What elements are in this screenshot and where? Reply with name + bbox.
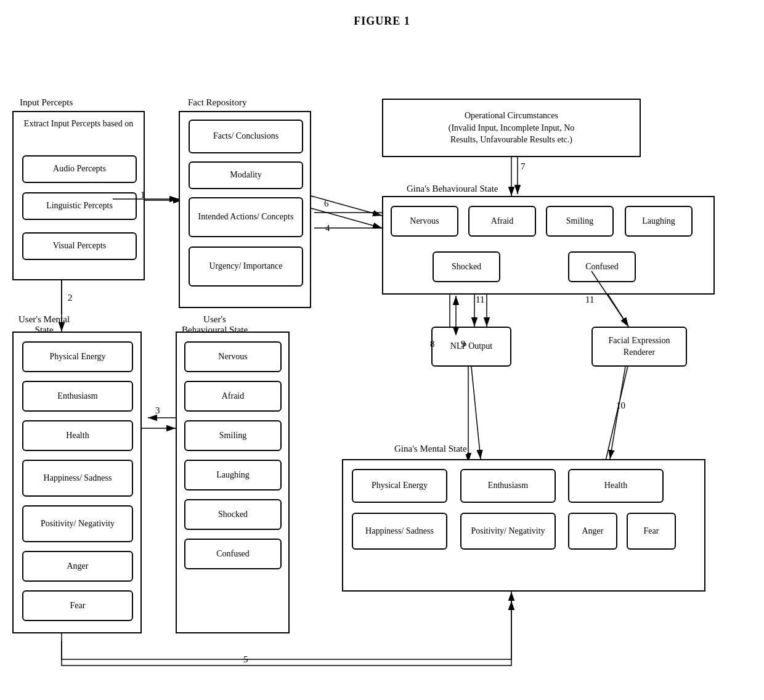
ums-happiness: Happiness/ Sadness (22, 460, 133, 497)
arrow-label-6: 6 (324, 198, 329, 209)
visual-percepts-box: Visual Percepts (22, 232, 137, 260)
gms-enthusiasm: Enthusiasm (460, 469, 556, 503)
arrow-label-1: 1 (140, 190, 145, 200)
ubs-shocked: Shocked (184, 499, 282, 530)
gbs-nervous: Nervous (391, 206, 458, 237)
svg-line-21 (471, 367, 481, 459)
arrow-label-3: 3 (155, 405, 160, 416)
facts-conclusions-box: Facts/ Conclusions (189, 120, 303, 153)
modality-box: Modality (189, 161, 303, 189)
ubs-confused: Confused (184, 539, 282, 569)
arrow-label-11a: 11 (476, 295, 484, 305)
gbs-shocked: Shocked (433, 251, 500, 282)
arrow-label-4: 4 (325, 223, 330, 234)
ums-enthusiasm: Enthusiasm (22, 381, 133, 412)
figure-title: FIGURE 1 (0, 0, 764, 28)
ums-anger: Anger (22, 551, 133, 582)
ginas-mental-label: Gina's Mental State (394, 444, 467, 454)
arrow-label-2: 2 (68, 293, 73, 303)
input-percepts-outer: Extract Input Percepts based on Audio Pe… (12, 111, 145, 280)
intended-actions-box: Intended Actions/ Concepts (189, 197, 303, 237)
audio-percepts-box: Audio Percepts (22, 155, 137, 183)
arrow-label-7: 7 (521, 161, 526, 172)
svg-line-22 (610, 367, 625, 459)
svg-line-10 (604, 364, 628, 468)
gbs-laughing: Laughing (625, 206, 693, 237)
gms-positivity: Positivity/ Negativity (460, 513, 556, 550)
fact-repository-label: Fact Repository (188, 97, 246, 108)
users-behavioural-outer: Nervous Afraid Smiling Laughing Shocked … (176, 332, 290, 633)
gbs-afraid: Afraid (468, 206, 536, 237)
input-percepts-label: Input Percepts (20, 97, 73, 108)
arrow-label-10: 10 (616, 401, 625, 411)
gbs-confused: Confused (568, 251, 636, 282)
gbs-smiling: Smiling (546, 206, 614, 237)
gms-anger: Anger (568, 513, 617, 550)
nlp-output-box: NLP Output (431, 327, 511, 367)
extract-label: Extract Input Percepts based on (20, 118, 137, 129)
ums-fear: Fear (22, 590, 133, 621)
ginas-behavioural-label: Gina's Behavioural State (407, 184, 498, 194)
arrow-label-8: 8 (430, 339, 435, 349)
linguistic-percepts-box: Linguistic Percepts (22, 192, 137, 220)
ubs-smiling: Smiling (184, 420, 282, 451)
ubs-laughing: Laughing (184, 460, 282, 490)
gms-physical-energy: Physical Energy (352, 469, 447, 503)
gms-happiness: Happiness/ Sadness (352, 513, 447, 550)
ums-physical-energy: Physical Energy (22, 341, 133, 372)
gms-fear: Fear (627, 513, 676, 550)
operational-circumstances-box: Operational Circumstances(Invalid Input,… (382, 99, 641, 157)
ginas-mental-outer: Physical Energy Enthusiasm Health Happin… (342, 459, 705, 592)
ubs-afraid: Afraid (184, 381, 282, 412)
arrow-label-9: 9 (461, 339, 466, 349)
fact-repository-outer: Facts/ Conclusions Modality Intended Act… (179, 111, 311, 308)
urgency-importance-box: Urgency/ Importance (189, 246, 303, 287)
ums-health: Health (22, 420, 133, 451)
ubs-nervous: Nervous (184, 341, 282, 372)
arrow-label-5: 5 (243, 654, 248, 665)
svg-line-17 (311, 208, 382, 228)
users-mental-outer: Physical Energy Enthusiasm Health Happin… (12, 332, 142, 633)
facial-expression-box: Facial Expression Renderer (591, 327, 687, 367)
gms-health: Health (568, 469, 664, 503)
svg-line-18 (311, 196, 382, 216)
arrow-label-11b: 11 (585, 295, 594, 305)
ums-positivity: Positivity/ Negativity (22, 505, 133, 542)
ginas-behavioural-outer: Nervous Afraid Smiling Laughing Shocked … (382, 196, 715, 295)
